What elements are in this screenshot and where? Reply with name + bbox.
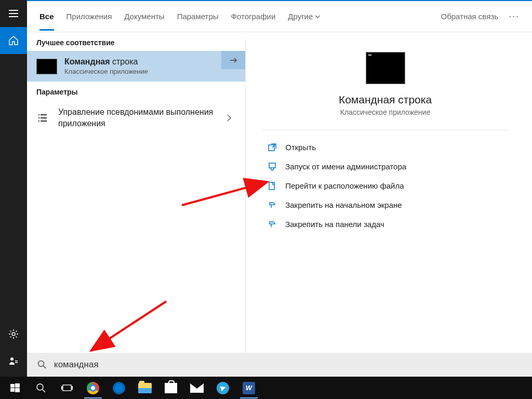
search-panel: Все Приложения Документы Параметры Фотог…	[27, 0, 532, 377]
chevron-right-icon	[227, 114, 232, 122]
word-icon: W	[243, 382, 255, 394]
result-subtitle: Классическое приложение	[64, 68, 221, 75]
settings-item-label: Управление псевдонимами выполнения прило…	[58, 107, 222, 129]
chevron-down-icon	[315, 15, 320, 18]
feedback-link[interactable]: Обратная связь	[441, 12, 498, 21]
result-command-prompt[interactable]: Командная строка Классическое приложение	[27, 51, 245, 82]
svg-rect-5	[269, 163, 275, 168]
filter-tabs: Все Приложения Документы Параметры Фотог…	[27, 1, 532, 32]
action-pin-taskbar[interactable]: Закрепить на панели задач	[262, 215, 508, 234]
action-run-admin[interactable]: Запуск от имени администратора	[262, 157, 508, 176]
more-options-button[interactable]: ···	[509, 11, 520, 22]
action-list: Открыть Запуск от имени администратора П…	[262, 138, 508, 234]
tab-settings[interactable]: Параметры	[177, 3, 219, 30]
settings-button[interactable]	[0, 321, 27, 348]
taskbar-edge[interactable]	[107, 378, 131, 398]
best-match-header: Лучшее соответствие	[27, 32, 245, 51]
preview-app-icon	[366, 52, 405, 84]
arrow-right-icon	[228, 55, 238, 65]
action-label: Открыть	[285, 143, 316, 152]
taskview-icon	[61, 383, 73, 393]
svg-point-7	[38, 361, 44, 367]
tab-apps[interactable]: Приложения	[66, 3, 112, 30]
tab-documents[interactable]: Документы	[124, 3, 164, 30]
cmd-icon	[36, 59, 57, 74]
taskbar: W	[0, 377, 532, 399]
mail-icon	[190, 383, 204, 393]
preview-subtitle: Классическое приложение	[340, 108, 430, 116]
action-label: Запуск от имени администратора	[285, 162, 406, 171]
open-icon	[265, 143, 279, 152]
action-label: Закрепить на панели задач	[285, 220, 384, 229]
windows-icon	[10, 383, 20, 393]
result-app-aliases[interactable]: Управление псевдонимами выполнения прило…	[27, 100, 245, 135]
action-label: Закрепить на начальном экране	[285, 201, 402, 209]
taskbar-word[interactable]: W	[237, 378, 261, 398]
results-pane: Лучшее соответствие Командная строка Кла…	[27, 32, 245, 377]
svg-rect-8	[10, 384, 15, 388]
pin-icon	[265, 220, 279, 229]
svg-point-1	[10, 357, 14, 361]
action-pin-start[interactable]: Закрепить на начальном экране	[262, 195, 508, 215]
action-open[interactable]: Открыть	[262, 138, 508, 157]
svg-rect-6	[269, 182, 274, 190]
list-icon	[36, 114, 49, 122]
result-title: Командная строка	[64, 57, 221, 66]
telegram-icon	[217, 382, 229, 394]
start-sidebar	[0, 0, 27, 377]
home-button[interactable]	[0, 27, 27, 54]
taskbar-search[interactable]	[29, 378, 53, 398]
action-file-location[interactable]: Перейти к расположению файла	[262, 176, 508, 195]
svg-rect-2	[15, 361, 18, 362]
edge-icon	[113, 382, 125, 394]
svg-point-12	[37, 384, 43, 390]
taskbar-taskview[interactable]	[55, 378, 79, 398]
svg-rect-11	[15, 388, 20, 392]
folder-icon	[138, 383, 152, 393]
taskbar-chrome[interactable]	[81, 378, 105, 398]
account-icon	[8, 356, 19, 366]
pin-icon	[265, 201, 279, 209]
start-button[interactable]	[3, 378, 27, 398]
taskbar-explorer[interactable]	[133, 378, 157, 398]
hamburger-icon	[9, 10, 18, 17]
svg-rect-10	[10, 388, 15, 392]
chrome-icon	[87, 382, 99, 394]
chevron-right[interactable]	[222, 114, 236, 122]
settings-section-header: Параметры	[27, 82, 245, 100]
search-bar[interactable]	[27, 353, 532, 377]
action-label: Перейти к расположению файла	[285, 181, 404, 190]
tab-more-label: Другие	[288, 12, 313, 21]
tab-photos[interactable]: Фотографии	[231, 3, 276, 30]
folder-location-icon	[265, 182, 279, 190]
home-icon	[8, 35, 19, 46]
search-icon	[36, 383, 46, 393]
svg-rect-15	[72, 386, 73, 390]
search-input[interactable]	[54, 360, 522, 370]
taskbar-store[interactable]	[159, 378, 183, 398]
svg-rect-3	[15, 362, 18, 363]
search-icon	[37, 360, 47, 369]
taskbar-telegram[interactable]	[211, 378, 235, 398]
preview-pane: Командная строка Классическое приложение…	[245, 39, 525, 369]
divider	[262, 130, 508, 130]
menu-button[interactable]	[0, 0, 27, 27]
svg-rect-9	[15, 383, 20, 388]
taskbar-mail[interactable]	[185, 378, 209, 398]
svg-rect-14	[61, 386, 62, 390]
store-icon	[165, 383, 177, 393]
shield-icon	[265, 163, 279, 171]
preview-title: Командная строка	[339, 94, 432, 106]
svg-rect-13	[63, 385, 71, 391]
tab-all[interactable]: Все	[39, 3, 54, 30]
tab-more[interactable]: Другие	[288, 3, 320, 30]
gear-icon	[8, 329, 19, 339]
svg-point-0	[12, 332, 15, 336]
account-button[interactable]	[0, 348, 27, 375]
expand-arrow[interactable]	[221, 51, 245, 69]
